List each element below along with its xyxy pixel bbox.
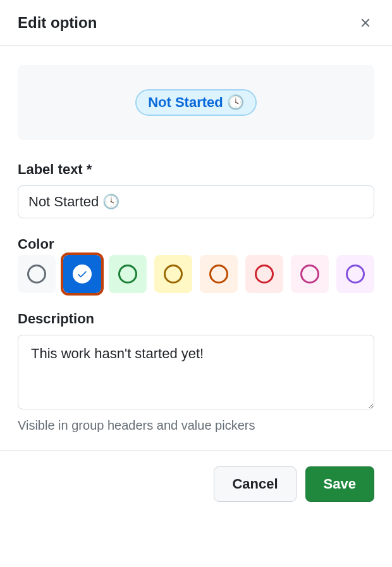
preview-area: Not Started 🕓 — [18, 65, 374, 140]
dialog-header: Edit option — [0, 0, 392, 46]
close-icon — [358, 16, 372, 30]
color-option-yellow[interactable] — [154, 255, 192, 293]
save-button[interactable]: Save — [305, 466, 374, 502]
dialog-title: Edit option — [18, 14, 97, 32]
circle-icon — [164, 265, 183, 284]
preview-pill: Not Started 🕓 — [135, 89, 257, 116]
color-option-pink[interactable] — [291, 255, 329, 293]
color-option-orange[interactable] — [200, 255, 238, 293]
label-text-input[interactable] — [18, 185, 374, 218]
description-input[interactable] — [18, 335, 374, 409]
color-option-gray[interactable] — [18, 255, 56, 293]
check-icon — [73, 265, 92, 284]
preview-pill-text: Not Started 🕓 — [148, 94, 244, 111]
color-option-green[interactable] — [109, 255, 147, 293]
circle-icon — [300, 265, 319, 284]
label-text-section: Label text * — [18, 161, 374, 218]
color-options — [18, 255, 374, 293]
color-option-red[interactable] — [245, 255, 283, 293]
label-text-label: Label text * — [18, 161, 374, 178]
circle-icon — [118, 265, 137, 284]
color-label: Color — [18, 236, 374, 252]
circle-icon — [255, 265, 274, 284]
circle-icon — [209, 265, 228, 284]
dialog-content: Not Started 🕓 Label text * Color — [0, 46, 392, 451]
circle-icon — [27, 265, 46, 284]
cancel-button[interactable]: Cancel — [214, 466, 296, 502]
description-section: Description Visible in group headers and… — [18, 311, 374, 433]
circle-icon — [346, 265, 365, 284]
color-section: Color — [18, 236, 374, 293]
description-label: Description — [18, 311, 374, 327]
close-button[interactable] — [357, 14, 374, 32]
color-option-purple[interactable] — [336, 255, 374, 293]
color-option-blue[interactable] — [63, 255, 101, 293]
description-helper: Visible in group headers and value picke… — [18, 418, 374, 433]
dialog-footer: Cancel Save — [0, 451, 392, 517]
